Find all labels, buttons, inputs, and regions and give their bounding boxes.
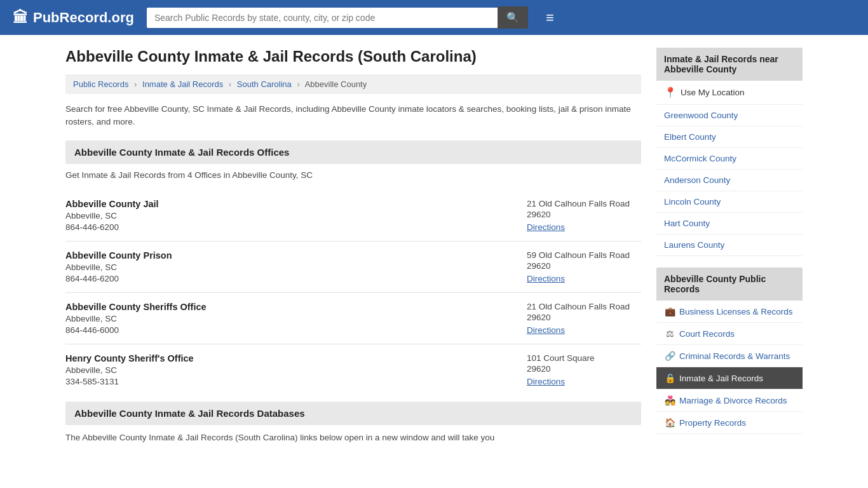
lock-icon: 🔒 <box>664 373 675 383</box>
site-header: 🏛 PubRecord.org 🔍 ≡ <box>0 0 868 35</box>
offices-list: Abbeville County Jail Abbeville, SC 864-… <box>65 190 641 395</box>
sidebar-criminal-records[interactable]: 🔗 Criminal Records & Warrants <box>656 345 803 367</box>
sidebar-county-item[interactable]: Greenwood County <box>656 105 803 126</box>
sidebar-county-item[interactable]: Anderson County <box>656 170 803 191</box>
logo-text: PubRecord.org <box>33 10 134 26</box>
office-phone: 864-446-6200 <box>65 222 159 232</box>
office-address: 59 Old Calhoun Falls Road <box>527 250 641 260</box>
nearby-section: Inmate & Jail Records near Abbeville Cou… <box>656 48 803 256</box>
breadcrumb-sep-3: › <box>297 79 299 89</box>
rings-icon: 💑 <box>664 395 675 405</box>
sidebar-item-label: Criminal Records & Warrants <box>679 351 790 361</box>
breadcrumb-inmate-jail[interactable]: Inmate & Jail Records <box>142 79 223 89</box>
directions-link[interactable]: Directions <box>527 274 565 283</box>
office-address: 101 Court Square <box>527 353 641 363</box>
office-city: Abbeville, SC <box>65 314 207 323</box>
sidebar-item-label: Marriage & Divorce Records <box>679 396 787 405</box>
office-name: Henry County Sheriff's Office <box>65 353 194 363</box>
sidebar: Inmate & Jail Records near Abbeville Cou… <box>656 48 803 445</box>
property-icon: 🏠 <box>664 417 675 428</box>
office-city: Abbeville, SC <box>65 262 172 272</box>
breadcrumb-sep-2: › <box>229 79 231 89</box>
sidebar-item-label: Inmate & Jail Records <box>679 374 763 383</box>
breadcrumb-sep-1: › <box>134 79 137 89</box>
office-left: Henry County Sheriff's Office Abbeville,… <box>65 353 194 386</box>
breadcrumb-county: Abbeville County <box>305 79 367 89</box>
office-city: Abbeville, SC <box>65 211 159 220</box>
database-section: Abbeville County Inmate & Jail Records D… <box>65 402 641 444</box>
office-zip: 29620 <box>527 261 641 271</box>
office-right: 21 Old Calhoun Falls Road 29620 Directio… <box>527 302 641 335</box>
location-icon: 📍 <box>664 86 677 98</box>
public-records-title: Abbeville County Public Records <box>656 268 803 301</box>
sidebar-business-licenses[interactable]: 💼 Business Licenses & Records <box>656 301 803 323</box>
office-phone: 334-585-3131 <box>65 377 194 386</box>
office-address: 21 Old Calhoun Falls Road <box>527 199 641 208</box>
search-icon: 🔍 <box>506 12 519 23</box>
directions-link[interactable]: Directions <box>527 325 565 335</box>
sidebar-property-records[interactable]: 🏠 Property Records <box>656 412 803 434</box>
sidebar-item-label: Business Licenses & Records <box>679 307 793 316</box>
public-records-section: Abbeville County Public Records 💼 Busine… <box>656 268 803 434</box>
breadcrumb-public-records[interactable]: Public Records <box>73 79 128 89</box>
page-title: Abbeville County Inmate & Jail Records (… <box>65 48 641 65</box>
office-left: Abbeville County Jail Abbeville, SC 864-… <box>65 199 159 232</box>
office-zip: 29620 <box>527 313 641 322</box>
office-name: Abbeville County Jail <box>65 199 159 209</box>
sidebar-item-label: Court Records <box>679 329 735 339</box>
use-location-item[interactable]: 📍 Use My Location <box>656 81 803 105</box>
search-bar: 🔍 <box>147 6 528 29</box>
scales-icon: ⚖ <box>664 329 675 339</box>
office-phone: 864-446-6000 <box>65 325 207 335</box>
office-right: 59 Old Calhoun Falls Road 29620 Directio… <box>527 250 641 283</box>
office-left: Abbeville County Sheriffs Office Abbevil… <box>65 302 207 335</box>
breadcrumb: Public Records › Inmate & Jail Records ›… <box>65 74 641 94</box>
search-input[interactable] <box>147 8 498 28</box>
use-location-label: Use My Location <box>681 88 745 97</box>
office-entry: Abbeville County Sheriffs Office Abbevil… <box>65 293 641 344</box>
sidebar-county-item[interactable]: Lincoln County <box>656 191 803 213</box>
directions-link[interactable]: Directions <box>527 377 565 386</box>
office-right: 21 Old Calhoun Falls Road 29620 Directio… <box>527 199 641 232</box>
office-left: Abbeville County Prison Abbeville, SC 86… <box>65 250 172 283</box>
menu-icon[interactable]: ≡ <box>546 10 554 26</box>
sidebar-item-label: Property Records <box>679 418 746 428</box>
office-entry: Abbeville County Prison Abbeville, SC 86… <box>65 241 641 293</box>
office-zip: 29620 <box>527 210 641 219</box>
office-phone: 864-446-6200 <box>65 274 172 283</box>
office-entry: Abbeville County Jail Abbeville, SC 864-… <box>65 190 641 241</box>
link-icon: 🔗 <box>664 351 675 361</box>
office-city: Abbeville, SC <box>65 365 194 375</box>
office-right: 101 Court Square 29620 Directions <box>527 353 641 386</box>
search-button[interactable]: 🔍 <box>498 6 528 29</box>
page-content: Abbeville County Inmate & Jail Records (… <box>53 35 815 458</box>
offices-section-title: Abbeville County Inmate & Jail Records O… <box>65 140 641 164</box>
directions-link[interactable]: Directions <box>527 222 565 232</box>
sidebar-inmate-records[interactable]: 🔒 Inmate & Jail Records <box>656 367 803 390</box>
offices-sub-description: Get Inmate & Jail Records from 4 Offices… <box>65 170 641 180</box>
sidebar-county-item[interactable]: Laurens County <box>656 234 803 256</box>
logo-icon: 🏛 <box>13 9 28 27</box>
office-name: Abbeville County Sheriffs Office <box>65 302 207 312</box>
office-entry: Henry County Sheriff's Office Abbeville,… <box>65 344 641 395</box>
sidebar-county-item[interactable]: McCormick County <box>656 148 803 170</box>
database-description: The Abbeville County Inmate & Jail Recor… <box>65 431 641 444</box>
office-zip: 29620 <box>527 364 641 374</box>
office-name: Abbeville County Prison <box>65 250 172 261</box>
briefcase-icon: 💼 <box>664 306 675 316</box>
main-column: Abbeville County Inmate & Jail Records (… <box>65 48 641 445</box>
office-address: 21 Old Calhoun Falls Road <box>527 302 641 311</box>
page-description: Search for free Abbeville County, SC Inm… <box>65 103 641 129</box>
sidebar-county-item[interactable]: Elbert County <box>656 126 803 148</box>
breadcrumb-south-carolina[interactable]: South Carolina <box>237 79 292 89</box>
sidebar-marriage-records[interactable]: 💑 Marriage & Divorce Records <box>656 390 803 412</box>
nearby-section-title: Inmate & Jail Records near Abbeville Cou… <box>656 48 803 81</box>
sidebar-court-records[interactable]: ⚖ Court Records <box>656 323 803 345</box>
database-section-title: Abbeville County Inmate & Jail Records D… <box>65 402 641 425</box>
sidebar-county-item[interactable]: Hart County <box>656 213 803 234</box>
site-logo[interactable]: 🏛 PubRecord.org <box>13 9 134 27</box>
